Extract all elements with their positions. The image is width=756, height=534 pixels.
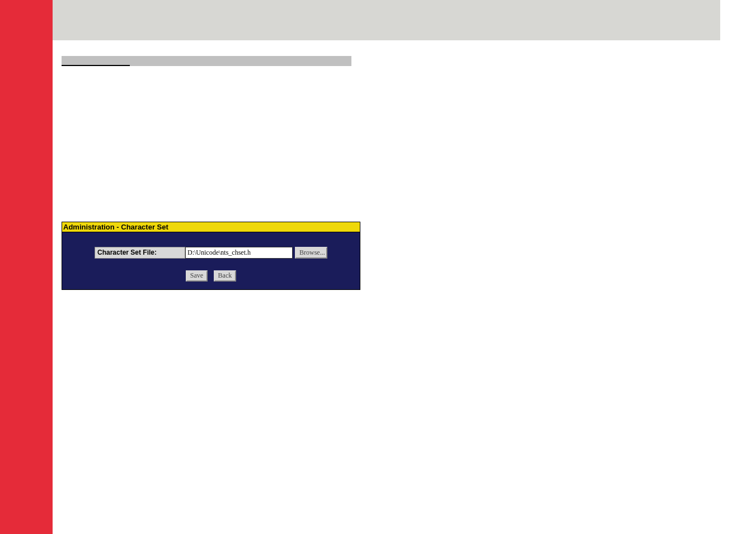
panel-title: Administration - Character Set xyxy=(62,222,360,232)
left-sidebar xyxy=(0,0,53,534)
save-button[interactable]: Save xyxy=(186,270,208,282)
main-content: Administration - Character Set Character… xyxy=(53,40,756,534)
back-button[interactable]: Back xyxy=(214,270,237,282)
charset-file-input[interactable] xyxy=(185,247,293,259)
button-row: Save Back xyxy=(71,270,351,283)
breadcrumb-underline xyxy=(62,65,130,66)
file-row: Character Set File: Browse... xyxy=(71,247,351,259)
browse-button[interactable]: Browse... xyxy=(295,247,327,259)
top-bar xyxy=(53,0,720,40)
character-set-panel: Administration - Character Set Character… xyxy=(62,222,360,290)
breadcrumb-bar xyxy=(62,56,351,66)
charset-file-label: Character Set File: xyxy=(95,247,185,259)
panel-body: Character Set File: Browse... Save Back xyxy=(62,232,360,289)
